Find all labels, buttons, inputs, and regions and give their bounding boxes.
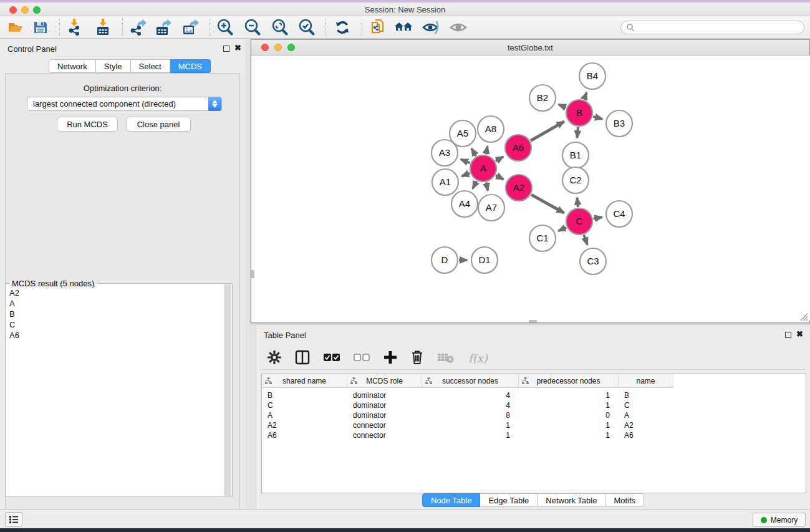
table-cell[interactable]: dominator (353, 390, 422, 400)
table-cell[interactable]: 1 (519, 400, 610, 410)
table-cell[interactable]: C (624, 400, 673, 410)
table-cell[interactable]: A2 (268, 420, 347, 430)
network-window-titlebar[interactable]: testGlobe.txt (251, 40, 809, 56)
graph-node-C1[interactable]: C1 (529, 225, 556, 251)
graph-edge-A-A2[interactable] (496, 175, 503, 180)
select-all-checks-icon[interactable] (324, 353, 340, 364)
graph-node-A6[interactable]: A6 (505, 135, 531, 161)
table-cell[interactable]: A (624, 410, 673, 420)
mcds-result-item[interactable]: A2 (6, 288, 224, 298)
graph-node-C4[interactable]: C4 (606, 201, 632, 227)
graph-edge-C-C4[interactable] (594, 217, 602, 219)
mcds-result-item[interactable]: A6 (6, 330, 224, 341)
zoom-fit-icon[interactable] (271, 19, 289, 36)
graph-node-B1[interactable]: B1 (562, 142, 589, 168)
table-cell[interactable]: 1 (519, 420, 610, 430)
network-from-file-icon[interactable] (369, 19, 388, 36)
graph-node-B2[interactable]: B2 (529, 85, 556, 111)
graph-node-C2[interactable]: C2 (562, 167, 589, 193)
table-cell[interactable]: dominator (353, 410, 422, 420)
settings-gear-icon[interactable] (268, 351, 281, 367)
graph-node-B3[interactable]: B3 (606, 110, 632, 137)
hide-selected-icon[interactable] (422, 19, 440, 36)
graph-edge-B-B3[interactable] (593, 117, 602, 119)
table-cell[interactable]: 1 (519, 390, 610, 400)
table-cell[interactable]: 4 (422, 400, 510, 410)
graph-edge-C-C2[interactable] (577, 198, 578, 207)
window-resize-grip[interactable] (798, 311, 808, 321)
column-header-shared-name[interactable]: shared name (262, 374, 347, 388)
node-table[interactable]: shared nameMCDS rolesuccessor nodesprede… (261, 374, 806, 493)
mcds-result-item[interactable]: B (6, 309, 224, 319)
column-header-name[interactable]: name (619, 374, 673, 388)
tab-network-table[interactable]: Network Table (538, 493, 605, 507)
graph-edge-A-A7[interactable] (486, 183, 488, 191)
graph-edge-A-A4[interactable] (473, 181, 476, 188)
tab-network[interactable]: Network (49, 59, 96, 73)
export-table-icon[interactable] (154, 19, 173, 36)
table-cell[interactable]: 1 (422, 420, 510, 430)
table-cell[interactable]: 1 (519, 430, 610, 440)
table-cell[interactable]: 8 (422, 410, 510, 420)
import-network-icon[interactable] (66, 19, 85, 36)
optimization-criterion-select[interactable]: largest connected component (directed) (27, 97, 222, 111)
deselect-all-checks-icon[interactable] (354, 353, 370, 364)
graph-node-A8[interactable]: A8 (478, 116, 504, 142)
graph-edge-C-C3[interactable] (584, 235, 587, 245)
table-cell[interactable]: A6 (624, 430, 673, 440)
column-header-MCDS-role[interactable]: MCDS role (347, 374, 422, 388)
export-network-icon[interactable] (128, 19, 147, 36)
mcds-result-list[interactable]: A2ABCA6 (6, 288, 224, 496)
table-cell[interactable]: connector (353, 420, 422, 430)
tab-select[interactable]: Select (131, 59, 170, 73)
graph-node-B[interactable]: B (566, 100, 592, 126)
zoom-in-icon[interactable] (216, 19, 234, 36)
float-panel-icon[interactable] (223, 46, 229, 52)
import-table-icon[interactable] (94, 19, 112, 36)
graph-node-C3[interactable]: C3 (580, 248, 606, 274)
graph-node-A4[interactable]: A4 (451, 191, 478, 217)
table-cell[interactable]: B (624, 390, 673, 400)
save-icon[interactable] (31, 19, 50, 36)
table-cell[interactable]: dominator (353, 400, 422, 410)
graph-node-C[interactable]: C (566, 208, 592, 235)
mcds-result-scrollbar[interactable] (224, 284, 231, 496)
graph-edge-A6-B[interactable] (531, 122, 564, 141)
tab-style[interactable]: Style (96, 59, 131, 73)
table-cell[interactable]: A2 (624, 420, 673, 430)
export-image-icon[interactable] (181, 19, 200, 36)
add-column-icon[interactable] (383, 351, 397, 367)
graph-node-A[interactable]: A (470, 155, 496, 181)
graph-edge-C-C1[interactable] (558, 228, 566, 231)
graph-node-A1[interactable]: A1 (432, 169, 458, 195)
table-cell[interactable]: 1 (422, 430, 510, 440)
zoom-selected-icon[interactable] (297, 19, 316, 36)
column-header-successor-nodes[interactable]: successor nodes (422, 374, 519, 388)
table-cell[interactable]: connector (353, 430, 422, 440)
graph-edge-A-A1[interactable] (461, 173, 470, 177)
tab-motifs[interactable]: Motifs (605, 493, 644, 507)
graph-node-D1[interactable]: D1 (471, 247, 498, 273)
delete-column-icon[interactable] (411, 350, 423, 367)
tab-mcds[interactable]: MCDS (170, 59, 211, 73)
graph-node-A5[interactable]: A5 (450, 120, 476, 147)
run-mcds-button[interactable]: Run MCDS (57, 117, 118, 132)
graph-edge-A-A6[interactable] (496, 157, 503, 161)
table-close-panel-icon[interactable]: ✖ (796, 329, 803, 339)
mcds-result-item[interactable]: C (6, 319, 224, 330)
show-columns-icon[interactable] (295, 350, 310, 367)
table-cell[interactable]: A6 (268, 430, 347, 440)
graph-edge-A-A8[interactable] (486, 147, 487, 155)
memory-button[interactable]: Memory (753, 513, 806, 527)
home-icon[interactable] (394, 19, 413, 36)
network-graph-canvas[interactable]: AA1A2A3A4A5A6A7A8BB1B2B3B4CC1C2C3C4DD1 (254, 56, 810, 320)
table-cell[interactable]: 0 (519, 410, 610, 420)
table-cell[interactable]: B (268, 390, 347, 400)
graph-edge-B-B2[interactable] (559, 105, 566, 108)
tab-node-table[interactable]: Node Table (422, 493, 481, 507)
graph-edge-B-B1[interactable] (577, 127, 578, 138)
zoom-out-icon[interactable] (243, 19, 262, 36)
close-panel-icon[interactable]: ✖ (234, 43, 241, 52)
show-panels-menu-button[interactable] (5, 512, 22, 527)
graph-edge-B-B4[interactable] (584, 92, 587, 99)
